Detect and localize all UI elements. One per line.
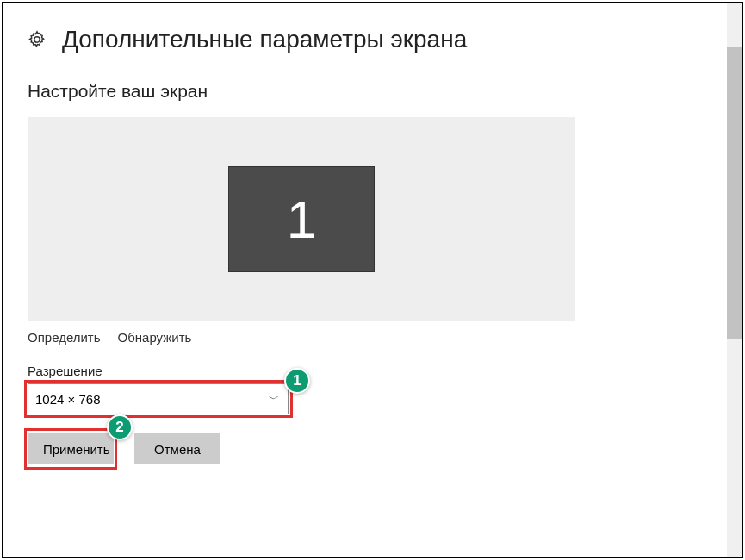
settings-window: Дополнительные параметры экрана Настройт…	[2, 2, 743, 558]
annotation-callout-1: 1	[284, 368, 310, 394]
cancel-button[interactable]: Отмена	[134, 433, 220, 464]
apply-button[interactable]: Применить	[28, 433, 114, 464]
resolution-value: 1024 × 768	[35, 392, 101, 407]
resolution-label: Разрешение	[28, 364, 703, 378]
chevron-down-icon: ﹀	[269, 392, 279, 407]
monitor-tile[interactable]: 1	[228, 166, 375, 272]
display-arrangement[interactable]: 1	[28, 117, 575, 321]
page-title: Дополнительные параметры экрана	[62, 26, 467, 53]
monitor-number: 1	[287, 189, 316, 250]
scrollbar-thumb[interactable]	[727, 47, 742, 339]
section-heading: Настройте ваш экран	[28, 81, 703, 102]
resolution-dropdown-wrap: 1024 × 768 ﹀ 1	[28, 383, 296, 414]
scrollbar[interactable]	[727, 3, 742, 557]
resolution-dropdown[interactable]: 1024 × 768 ﹀	[28, 383, 289, 414]
button-row: Применить Отмена 2	[28, 433, 296, 464]
annotation-callout-2: 2	[107, 414, 133, 440]
detect-link[interactable]: Обнаружить	[118, 330, 192, 345]
identify-link[interactable]: Определить	[28, 330, 101, 345]
gear-icon	[28, 30, 47, 49]
title-row: Дополнительные параметры экрана	[28, 26, 703, 53]
